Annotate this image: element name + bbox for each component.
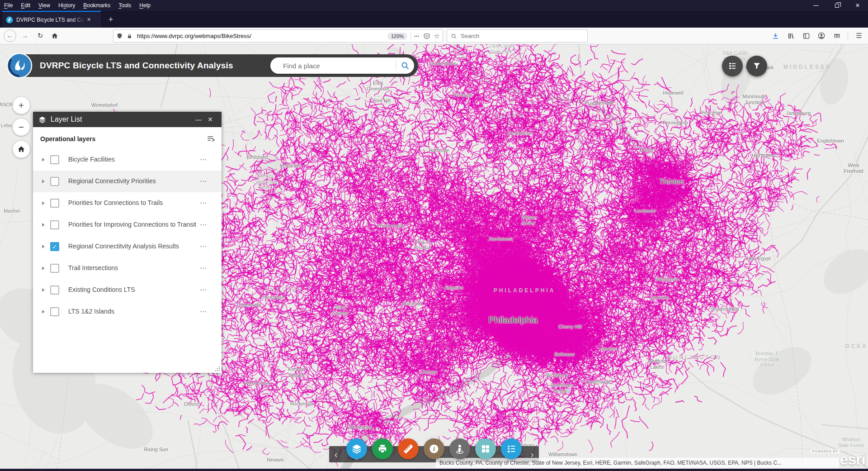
printer-widget-button[interactable]	[372, 438, 393, 459]
section-title: Operational layers	[40, 135, 207, 143]
url-input[interactable]	[136, 32, 387, 40]
basemap-grid-widget-button[interactable]	[475, 438, 496, 459]
layer-checkbox[interactable]	[50, 155, 59, 164]
extension-grid-icon	[833, 32, 841, 40]
layers-icon	[351, 443, 362, 454]
layer-label[interactable]: Trail Intersections	[68, 264, 200, 272]
panel-close-button[interactable]: ✕	[204, 116, 216, 123]
layer-menu-icon[interactable]: •••	[200, 244, 207, 249]
operational-layers-row: Operational layers	[33, 127, 222, 145]
library-button[interactable]	[786, 31, 795, 40]
lock-icon[interactable]	[127, 33, 132, 39]
panel-minimize-button[interactable]: —	[193, 116, 204, 123]
browser-search-input[interactable]	[460, 32, 584, 40]
layer-label[interactable]: Bicycle Facilities	[68, 156, 200, 164]
layer-menu-icon[interactable]: •••	[200, 157, 207, 162]
layer-menu-icon[interactable]: •••	[200, 179, 207, 184]
info-icon: i	[429, 443, 439, 454]
legend-widget-button[interactable]	[501, 438, 522, 459]
layer-checkbox[interactable]	[50, 307, 59, 316]
layer-list-header[interactable]: Layer List — ✕	[33, 112, 222, 127]
layer-checkbox[interactable]: ✓	[50, 242, 59, 251]
filter-button[interactable]	[746, 56, 767, 76]
home-extent-button[interactable]	[13, 141, 30, 158]
expand-arrow-icon[interactable]	[42, 266, 45, 270]
streetview-widget-button[interactable]	[449, 438, 470, 459]
download-button[interactable]	[771, 31, 780, 40]
tab-close-icon[interactable]: ✕	[87, 17, 91, 23]
panel-resize-handle[interactable]	[215, 366, 220, 371]
bookmark-star-icon[interactable]: ☆	[434, 32, 440, 40]
page-actions-icon[interactable]: •••	[414, 34, 419, 38]
menu-button[interactable]: ☰	[854, 31, 863, 40]
new-tab-button[interactable]: +	[105, 14, 117, 25]
map-label: Oxford	[184, 401, 198, 407]
expand-arrow-icon[interactable]	[42, 245, 45, 248]
expand-arrow-icon[interactable]	[42, 310, 45, 314]
menu-history[interactable]: History	[54, 2, 79, 9]
sidebar-button[interactable]	[802, 31, 811, 40]
layer-checkbox[interactable]	[50, 264, 59, 273]
window-minimize-button[interactable]: —	[806, 0, 826, 11]
menu-tools[interactable]: Tools	[114, 2, 135, 9]
menu-bookmarks[interactable]: Bookmarks	[79, 2, 114, 9]
find-place-box[interactable]	[270, 57, 414, 74]
dock-prev-button[interactable]: ‹	[330, 446, 342, 462]
layer-menu-icon[interactable]: •••	[200, 288, 207, 292]
window-restore-button[interactable]	[826, 0, 847, 11]
map-label: West Grove	[244, 381, 270, 386]
menu-edit[interactable]: Edit	[17, 2, 34, 9]
menu-view[interactable]: View	[34, 2, 54, 9]
layer-options-icon[interactable]	[207, 135, 215, 143]
layer-menu-icon[interactable]: •••	[200, 309, 207, 314]
map-label: Manhei	[4, 208, 20, 214]
expand-arrow-icon[interactable]	[42, 180, 45, 183]
layer-checkbox[interactable]	[50, 177, 59, 186]
expand-arrow-icon[interactable]	[42, 288, 45, 292]
find-search-icon[interactable]	[401, 61, 410, 70]
find-place-input[interactable]	[282, 62, 396, 70]
expand-arrow-icon[interactable]	[42, 223, 45, 227]
forward-button[interactable]: →	[19, 32, 31, 40]
dock-divider	[343, 447, 343, 461]
reload-button[interactable]: ↻	[34, 32, 46, 40]
layer-row: ✓Regional Connectitvity Analysis Results…	[33, 236, 222, 257]
home-button[interactable]	[48, 32, 61, 39]
back-button[interactable]: ←	[4, 29, 16, 42]
extension-button[interactable]	[832, 31, 841, 40]
expand-arrow-icon[interactable]	[42, 201, 45, 205]
layer-menu-icon[interactable]: •••	[200, 266, 207, 271]
pocket-icon[interactable]	[423, 33, 430, 40]
map-label: Kennett Square	[288, 366, 305, 378]
layer-checkbox[interactable]	[50, 199, 59, 208]
zoom-level-badge[interactable]: 120%	[387, 33, 407, 40]
layer-label[interactable]: Priorities for Improving Connections to …	[68, 221, 200, 229]
expand-arrow-icon[interactable]	[42, 158, 45, 162]
zoom-in-button[interactable]: +	[13, 97, 30, 114]
url-bar[interactable]: 120% ••• ☆	[113, 29, 443, 43]
layer-label[interactable]: Regional Connectivity Priorities	[68, 177, 200, 186]
powered-by-label: POWERED BY	[811, 449, 840, 453]
layer-menu-icon[interactable]: •••	[200, 223, 207, 227]
layers-widget-button[interactable]	[346, 438, 367, 459]
zoom-out-button[interactable]: −	[13, 119, 30, 136]
map-label: Hartsville	[429, 147, 449, 153]
layer-checkbox[interactable]	[50, 220, 59, 229]
menu-help[interactable]: Help	[135, 2, 155, 9]
browser-search-bar[interactable]	[447, 29, 588, 43]
layer-menu-icon[interactable]: •••	[200, 201, 207, 205]
active-tab[interactable]: DVRPC Bicycle LTS and Connec ✕	[2, 11, 101, 28]
layer-label[interactable]: LTS 1&2 Islands	[68, 308, 200, 316]
account-button[interactable]	[817, 31, 826, 40]
info-widget-button[interactable]: i	[424, 438, 444, 459]
layer-checkbox[interactable]	[50, 285, 59, 295]
ruler-widget-button[interactable]	[398, 438, 419, 459]
ruler-icon	[403, 443, 414, 454]
legend-toggle-button[interactable]	[722, 56, 743, 76]
window-close-button[interactable]: ✕	[847, 0, 868, 11]
layer-label[interactable]: Regional Connectitvity Analysis Results	[68, 243, 200, 251]
menu-file[interactable]: File	[0, 2, 17, 9]
layer-label[interactable]: Priorities for Connections to Trails	[68, 199, 200, 207]
layer-label[interactable]: Existing Conditions LTS	[68, 286, 200, 294]
tracking-shield-icon[interactable]	[116, 33, 123, 39]
